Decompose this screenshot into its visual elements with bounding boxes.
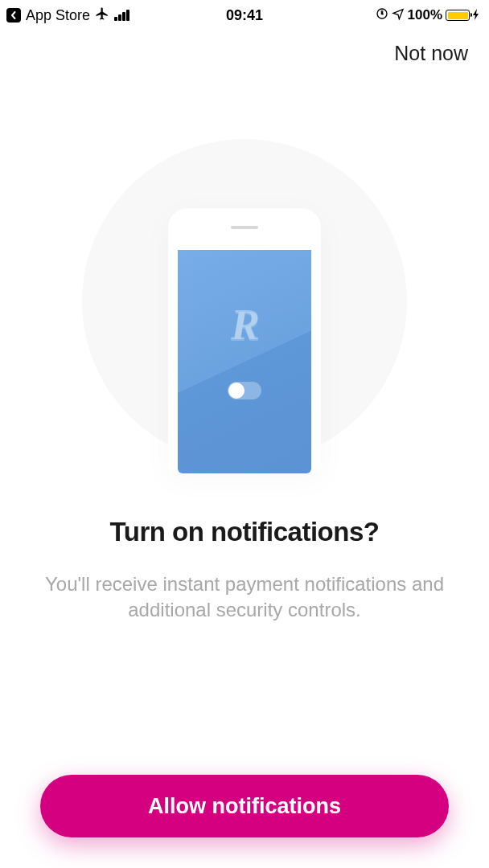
navigation-bar: Not now	[0, 27, 489, 65]
illustration-phone: R	[168, 208, 321, 473]
allow-notifications-button[interactable]: Allow notifications	[40, 775, 449, 837]
battery-percent-label: 100%	[408, 7, 442, 23]
orientation-lock-icon	[376, 7, 388, 24]
cta-container: Allow notifications	[40, 775, 449, 837]
status-bar: App Store 09:41 100%	[0, 0, 489, 27]
content-section: Turn on notifications? You'll receive in…	[0, 517, 489, 624]
status-right-cluster: 100%	[376, 7, 479, 24]
back-to-app-label[interactable]: App Store	[26, 7, 90, 24]
back-to-app-icon[interactable]	[6, 8, 21, 23]
status-time: 09:41	[226, 7, 263, 24]
airplane-mode-icon	[95, 6, 109, 25]
page-heading: Turn on notifications?	[24, 517, 465, 547]
battery-icon	[446, 10, 470, 21]
charging-bolt-icon	[473, 9, 479, 23]
illustration-circle-bg: R	[82, 139, 407, 464]
page-subtext: You'll receive instant payment notificat…	[24, 571, 465, 624]
revolut-logo-icon: R	[231, 300, 258, 350]
illustration-container: R	[0, 139, 489, 464]
illustration-phone-screen: R	[178, 250, 311, 473]
cellular-signal-icon	[114, 10, 129, 21]
illustration-toggle-icon	[228, 382, 261, 399]
skip-button[interactable]: Not now	[394, 42, 468, 65]
phone-speaker-icon	[231, 226, 258, 229]
status-left-cluster: App Store	[6, 6, 129, 25]
svg-rect-1	[380, 12, 383, 14]
location-icon	[392, 7, 405, 24]
